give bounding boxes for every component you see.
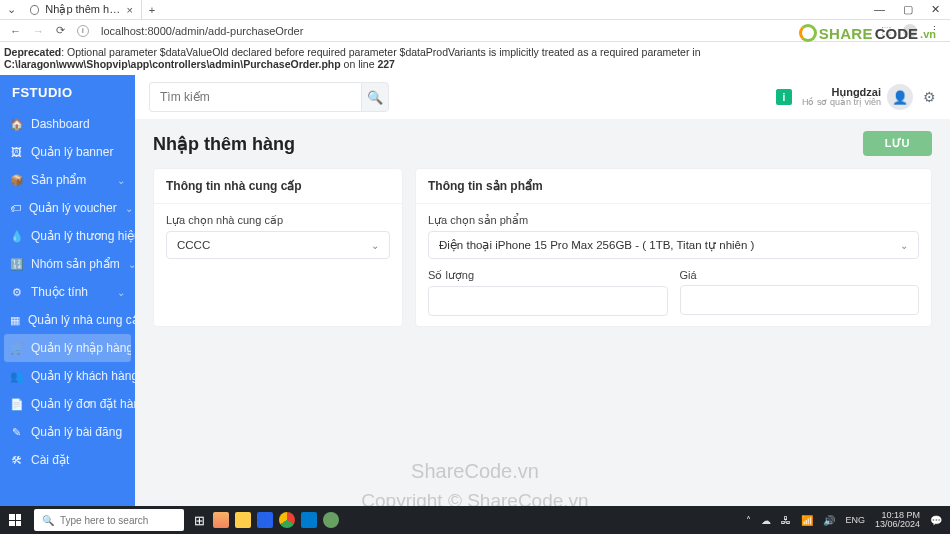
topbar: 🔍 i Hungdzai Hồ sơ quản trị viên 👤 ⚙ — [135, 75, 950, 119]
user-menu[interactable]: Hungdzai Hồ sơ quản trị viên 👤 — [802, 84, 913, 110]
watermark-center: ShareCode.vn — [411, 460, 539, 483]
chevron-down-icon: ⌄ — [117, 287, 125, 298]
warning-prefix: Deprecated — [4, 46, 61, 58]
tray-lang-icon[interactable]: ENG — [845, 515, 865, 525]
new-tab-button[interactable]: + — [142, 4, 162, 16]
sidebar-item-3[interactable]: 🏷Quản lý voucher⌄ — [0, 194, 135, 222]
sidebar-icon: 🏷 — [10, 202, 21, 214]
start-button[interactable] — [0, 514, 30, 526]
sidebar-icon: ⚙ — [10, 286, 23, 299]
page-content: Nhập thêm hàng LƯU Thông tin nhà cung cấ… — [135, 119, 950, 339]
qty-label: Số lượng — [428, 269, 668, 282]
sidebar-item-1[interactable]: 🖼Quản lý banner — [0, 138, 135, 166]
product-select[interactable]: Điện thoại iPhone 15 Pro Max 256GB - ( 1… — [428, 231, 919, 259]
site-info-icon[interactable]: i — [77, 25, 89, 37]
chevron-down-icon: ⌄ — [117, 175, 125, 186]
tray-volume-icon[interactable]: 🔊 — [823, 515, 835, 526]
task-view-icon[interactable]: ⊞ — [188, 509, 210, 531]
taskbar-search[interactable]: 🔍 Type here to search — [34, 509, 184, 531]
sidebar-item-label: Nhóm sản phẩm — [31, 257, 120, 271]
sidebar-icon: 💧 — [10, 230, 23, 243]
sidebar-item-label: Dashboard — [31, 117, 90, 131]
sidebar-icon: 🛒 — [10, 342, 23, 355]
taskbar-clock[interactable]: 10:18 PM 13/06/2024 — [875, 511, 920, 530]
sidebar-item-7[interactable]: ▦Quản lý nhà cung cấp — [0, 306, 135, 334]
search-input[interactable] — [149, 82, 361, 112]
tab-dropdown[interactable]: ⌄ — [0, 3, 22, 16]
sidebar-item-label: Quản lý nhà cung cấp — [28, 313, 135, 327]
sidebar-item-11[interactable]: ✎Quản lý bài đăng — [0, 418, 135, 446]
taskbar-app-weather[interactable] — [210, 509, 232, 531]
sidebar-item-5[interactable]: 🔢Nhóm sản phẩm⌄ — [0, 250, 135, 278]
admin-app: FSTUDIO 🏠Dashboard🖼Quản lý banner📦Sản ph… — [0, 75, 950, 525]
taskbar-app-explorer[interactable] — [232, 509, 254, 531]
price-input[interactable] — [680, 285, 920, 315]
sidebar-item-10[interactable]: 📄Quản lý đơn đặt hàng — [0, 390, 135, 418]
sidebar-item-12[interactable]: 🛠Cài đặt — [0, 446, 135, 474]
tray-wifi-icon[interactable]: 📶 — [801, 515, 813, 526]
window-controls: — ▢ ✕ — [874, 3, 950, 16]
maximize-icon[interactable]: ▢ — [903, 3, 913, 16]
supplier-select-label: Lựa chọn nhà cung cấp — [166, 214, 390, 227]
taskbar-app-chrome[interactable] — [276, 509, 298, 531]
watermark-ring-icon — [799, 24, 817, 42]
tray-chevron-icon[interactable]: ˄ — [746, 515, 751, 526]
supplier-select[interactable]: CCCC ⌄ — [166, 231, 390, 259]
windows-taskbar: 🔍 Type here to search ⊞ ˄ ☁ 🖧 📶 🔊 ENG 10… — [0, 506, 950, 534]
browser-tab[interactable]: Nhập thêm hàng × — [22, 0, 142, 19]
tab-title: Nhập thêm hàng — [45, 3, 120, 16]
sidebar-item-label: Quản lý thương hiệu — [31, 229, 135, 243]
sidebar-item-label: Quản lý bài đăng — [31, 425, 122, 439]
sidebar-item-0[interactable]: 🏠Dashboard — [0, 110, 135, 138]
sidebar-item-8[interactable]: 🛒Quản lý nhập hàng — [4, 334, 131, 362]
sidebar-item-9[interactable]: 👥Quản lý khách hàng — [0, 362, 135, 390]
search-button[interactable]: 🔍 — [361, 82, 389, 112]
chevron-down-icon: ⌄ — [125, 203, 133, 214]
sidebar-icon: 📄 — [10, 398, 23, 411]
qty-input[interactable] — [428, 286, 668, 316]
sidebar-item-2[interactable]: 📦Sản phẩm⌄ — [0, 166, 135, 194]
tray-cloud-icon[interactable]: ☁ — [761, 515, 771, 526]
forward-icon[interactable]: → — [33, 25, 44, 37]
close-icon[interactable]: ✕ — [931, 3, 940, 16]
sidebar-item-6[interactable]: ⚙Thuộc tính⌄ — [0, 278, 135, 306]
sidebar-icon: 👥 — [10, 370, 23, 383]
brand-logo[interactable]: FSTUDIO — [0, 75, 135, 110]
sidebar-icon: 🔢 — [10, 258, 23, 271]
sidebar-icon: 🏠 — [10, 118, 23, 131]
tab-close-icon[interactable]: × — [127, 4, 133, 16]
sidebar-item-label: Cài đặt — [31, 453, 69, 467]
sidebar-icon: 📦 — [10, 174, 23, 187]
settings-icon[interactable]: ⚙ — [923, 89, 936, 105]
taskbar-app-vscode[interactable] — [298, 509, 320, 531]
taskbar-app-store[interactable] — [254, 509, 276, 531]
save-button[interactable]: LƯU — [863, 131, 932, 156]
sidebar-item-label: Quản lý đơn đặt hàng — [31, 397, 135, 411]
chevron-down-icon: ⌄ — [900, 240, 908, 251]
supplier-select-value: CCCC — [177, 239, 210, 251]
url-text[interactable]: localhost:8000/admin/add-purchaseOrder — [101, 25, 869, 37]
info-badge[interactable]: i — [776, 89, 792, 105]
sidebar-item-label: Thuộc tính — [31, 285, 88, 299]
tab-strip: ⌄ Nhập thêm hàng × + — [0, 0, 162, 19]
product-select-value: Điện thoại iPhone 15 Pro Max 256GB - ( 1… — [439, 238, 754, 252]
back-icon[interactable]: ← — [10, 25, 21, 37]
system-tray: ˄ ☁ 🖧 📶 🔊 ENG 10:18 PM 13/06/2024 💬 — [746, 511, 950, 530]
taskbar-app-node[interactable] — [320, 509, 342, 531]
sidebar-item-4[interactable]: 💧Quản lý thương hiệu⌄ — [0, 222, 135, 250]
sidebar-icon: ✎ — [10, 426, 23, 439]
chevron-down-icon: ⌄ — [371, 240, 379, 251]
minimize-icon[interactable]: — — [874, 3, 885, 16]
reload-icon[interactable]: ⟳ — [56, 24, 65, 37]
taskbar-search-placeholder: Type here to search — [60, 515, 148, 526]
sidebar-item-label: Sản phẩm — [31, 173, 86, 187]
product-select-label: Lựa chọn sản phẩm — [428, 214, 919, 227]
price-label: Giá — [680, 269, 920, 281]
tray-network-icon[interactable]: 🖧 — [781, 515, 791, 526]
notifications-icon[interactable]: 💬 — [930, 515, 942, 526]
search-group: 🔍 — [149, 82, 389, 112]
main-area: 🔍 i Hungdzai Hồ sơ quản trị viên 👤 ⚙ Nhậ… — [135, 75, 950, 525]
supplier-card: Thông tin nhà cung cấp Lựa chọn nhà cung… — [153, 168, 403, 327]
search-icon: 🔍 — [42, 515, 54, 526]
favicon-icon — [30, 5, 39, 15]
